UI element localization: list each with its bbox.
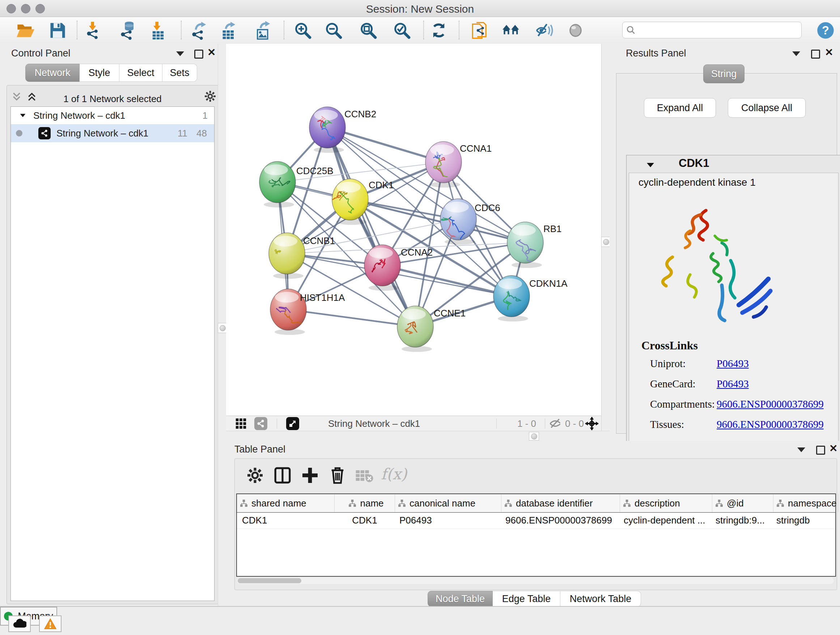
search-field[interactable]: [622, 22, 802, 38]
expand-all-button[interactable]: Expand All: [644, 98, 716, 118]
horizontal-scrollbar[interactable]: [237, 578, 834, 584]
node-CCNE1[interactable]: [397, 306, 433, 352]
table-row[interactable]: CDK1CDK1P064939606.ENSP00000378699cyclin…: [237, 513, 835, 529]
table-cell[interactable]: stringdb: [771, 513, 836, 529]
collapse-all-button[interactable]: Collapse All: [728, 98, 806, 118]
column-header[interactable]: canonical name: [395, 494, 501, 512]
zoom-in-icon[interactable]: [294, 21, 312, 40]
vertical-splitter[interactable]: [601, 44, 610, 433]
help-icon[interactable]: ?: [816, 21, 835, 40]
export-table-icon[interactable]: [219, 21, 238, 40]
table-cell[interactable]: 9606.ENSP00000378699: [500, 513, 619, 529]
network-graph: CCNB2CCNA1CDC25BCDK1CDC6RB1CCNB1CCNA2CDK…: [226, 44, 601, 416]
panel-menu-icon[interactable]: [792, 51, 802, 61]
import-network-from-database-icon[interactable]: [119, 21, 138, 40]
tab-node-table[interactable]: Node Table: [428, 591, 493, 607]
table-cell[interactable]: CDK1: [334, 513, 394, 529]
tab-select[interactable]: Select: [119, 64, 163, 82]
node-CCNB1[interactable]: [269, 233, 305, 279]
zoom-fit-icon[interactable]: [359, 21, 378, 40]
column-header[interactable]: name: [335, 494, 395, 512]
tab-network[interactable]: Network: [25, 64, 80, 82]
crosslink-link[interactable]: P06493: [717, 358, 749, 370]
function-builder-icon[interactable]: f(x): [381, 465, 407, 483]
section-collapse-icon[interactable]: [646, 161, 655, 169]
edge-CCNA2-CDKN1A[interactable]: [382, 265, 512, 296]
zoom-selected-icon[interactable]: [393, 21, 411, 40]
network-document-icon[interactable]: [471, 21, 490, 40]
gear-icon[interactable]: [204, 90, 217, 103]
column-header[interactable]: database identifier: [501, 494, 620, 512]
splitter-handle[interactable]: [529, 432, 539, 440]
export-network-icon[interactable]: [190, 21, 209, 40]
control-panel-title: Control Panel: [11, 48, 71, 59]
vertical-splitter[interactable]: [218, 44, 227, 606]
table-settings-gear-icon[interactable]: [245, 464, 265, 486]
string-view-icon[interactable]: [254, 417, 267, 430]
table-cell[interactable]: stringdb:9...: [711, 513, 771, 529]
node-label-HIST1H1A: HIST1H1A: [300, 292, 345, 303]
cloud-button[interactable]: [8, 616, 31, 632]
tab-string[interactable]: String: [703, 65, 745, 83]
panel-menu-icon[interactable]: [176, 51, 186, 61]
import-table-from-file-icon[interactable]: [149, 21, 167, 40]
table-cell[interactable]: CDK1: [237, 513, 334, 529]
edge-HIST1H1A-CCNE1[interactable]: [288, 310, 415, 326]
column-header[interactable]: description: [620, 494, 712, 512]
column-header[interactable]: shared name: [237, 494, 335, 512]
panel-close-icon[interactable]: ✕: [825, 48, 834, 57]
column-header[interactable]: @id: [712, 494, 774, 512]
scrollbar-thumb[interactable]: [238, 578, 302, 583]
node-label-CCNA2: CCNA2: [401, 247, 433, 258]
table-cell[interactable]: cyclin-dependent ...: [619, 513, 711, 529]
panel-close-icon[interactable]: ✕: [207, 48, 217, 57]
crosslink-link[interactable]: 9606.ENSP00000378699: [717, 398, 824, 410]
crosslink-link[interactable]: P06493: [717, 378, 749, 390]
panel-menu-icon[interactable]: [797, 448, 807, 457]
table-cell[interactable]: P06493: [394, 513, 500, 529]
grid-view-icon[interactable]: [235, 417, 247, 430]
network-row-selected[interactable]: String Network – cdk1 11 48: [11, 124, 214, 142]
export-image-icon[interactable]: [254, 21, 273, 40]
node-CCNA1[interactable]: [425, 141, 462, 187]
tab-sets[interactable]: Sets: [163, 64, 197, 82]
tab-edge-table[interactable]: Edge Table: [493, 591, 561, 607]
panel-close-icon[interactable]: ✕: [829, 444, 838, 454]
import-network-from-file-icon[interactable]: [84, 21, 103, 40]
crosslink-link[interactable]: 9606.ENSP00000378699: [717, 418, 824, 431]
hidden-eye-icon[interactable]: [549, 418, 562, 429]
crosslinks-title: CrossLinks: [641, 339, 698, 352]
eye-icon[interactable]: [566, 21, 585, 40]
tab-network-table[interactable]: Network Table: [561, 591, 641, 607]
hide-panels-icon[interactable]: [535, 21, 554, 40]
tab-style[interactable]: Style: [80, 64, 119, 82]
node-CCNA2[interactable]: [364, 245, 401, 291]
refresh-icon[interactable]: [429, 21, 448, 40]
search-input[interactable]: [636, 23, 801, 37]
node-label-CCNB2: CCNB2: [344, 109, 376, 119]
node-CDKN1A[interactable]: [493, 276, 530, 321]
add-column-icon[interactable]: [300, 464, 320, 486]
control-panel: Control Panel ✕ Network Style Select Set…: [0, 44, 218, 606]
delete-table-icon[interactable]: [354, 464, 374, 486]
fit-selected-icon[interactable]: [585, 417, 599, 431]
warnings-button[interactable]: [39, 616, 62, 632]
delete-column-icon[interactable]: [327, 464, 347, 486]
column-header[interactable]: namespace: [774, 494, 838, 512]
open-session-icon[interactable]: [16, 21, 35, 40]
homes-icon[interactable]: [502, 21, 521, 40]
network-collection-row[interactable]: String Network – cdk1 1: [11, 107, 214, 124]
node-CDC25B[interactable]: [259, 162, 295, 207]
tree-expander-icon[interactable]: [19, 111, 27, 119]
panel-float-icon[interactable]: [811, 50, 821, 59]
attribute-tree-icon: [623, 499, 631, 507]
zoom-out-icon[interactable]: [324, 21, 343, 40]
save-session-icon[interactable]: [48, 21, 67, 40]
node-RB1[interactable]: [507, 222, 543, 268]
birds-eye-view-icon[interactable]: [286, 417, 299, 430]
panel-float-icon[interactable]: [194, 50, 204, 59]
node-CCNB2[interactable]: [309, 107, 346, 153]
show-columns-icon[interactable]: [272, 464, 293, 486]
panel-float-icon[interactable]: [816, 446, 826, 455]
network-canvas[interactable]: CCNB2CCNA1CDC25BCDK1CDC6RB1CCNB1CCNA2CDK…: [226, 44, 601, 416]
